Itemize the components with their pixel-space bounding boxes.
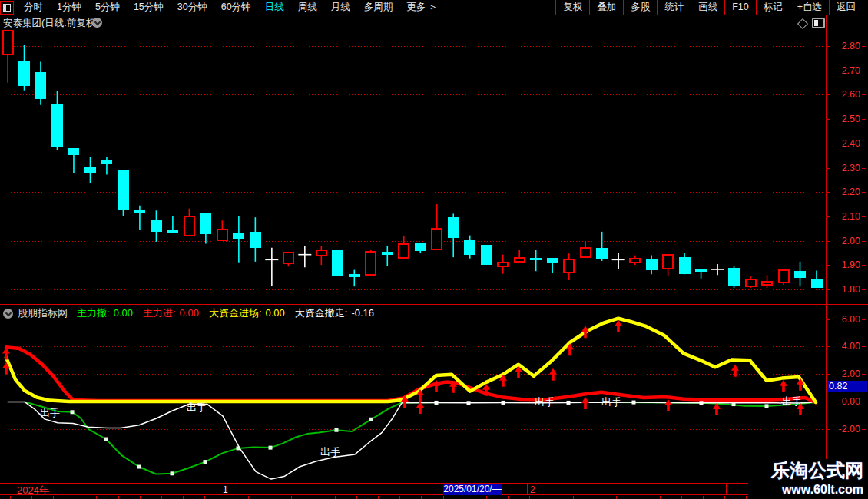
candle: [448, 217, 459, 238]
signal-label: 出手: [187, 402, 207, 413]
price-axis-label: 2.30: [842, 163, 860, 173]
action-button-0[interactable]: 复权: [555, 0, 589, 15]
candle: [728, 268, 740, 285]
price-axis-label: 1.90: [842, 259, 860, 270]
series-marker: [171, 471, 174, 475]
candle: [481, 245, 492, 265]
indicator-field-label: 大资金撤走:: [295, 307, 348, 319]
price-axis-label: 2.20: [842, 187, 860, 197]
candle: [68, 148, 79, 154]
action-button-2[interactable]: 多股: [623, 0, 657, 15]
series-white-line: [8, 402, 816, 479]
candle: [779, 270, 789, 283]
candle: [283, 253, 293, 263]
period-tab-6[interactable]: 日线: [258, 1, 291, 14]
buy-arrow-icon: [664, 399, 672, 411]
candle: [679, 257, 691, 275]
action-button-7[interactable]: +自选: [790, 0, 829, 15]
series-marker: [237, 446, 240, 450]
indicator-field-value: 0.00: [266, 307, 285, 319]
period-menu: 分时1分钟5分钟15分钟30分钟60分钟日线周线月线多周期更多 ＞: [17, 0, 445, 15]
candle: [746, 279, 756, 286]
period-tab-0[interactable]: 分时: [17, 1, 50, 14]
series-marker: [632, 401, 636, 405]
page-title: 安泰集团(日线.前复权): [3, 17, 98, 30]
layout-toggle-icon[interactable]: [0, 1, 14, 15]
indicator-field-value: 0.00: [114, 307, 133, 319]
period-tab-9[interactable]: 多周期: [357, 1, 400, 14]
candle: [464, 240, 475, 255]
toolbar: 分时1分钟5分钟15分钟30分钟60分钟日线周线月线多周期更多 ＞ 复权叠加多股…: [0, 0, 868, 15]
action-button-4[interactable]: 画线: [691, 0, 724, 15]
watermark: 乐淘公式网 www.60lt.com: [748, 459, 868, 499]
period-tab-1[interactable]: 1分钟: [50, 1, 88, 14]
candle: [151, 220, 162, 231]
candle: [366, 252, 376, 275]
watermark-line1: 乐淘公式网: [748, 459, 863, 482]
candle: [250, 232, 261, 248]
series-marker: [369, 418, 373, 421]
candle: [564, 259, 574, 273]
candle: [432, 229, 442, 250]
buy-arrow-icon: [731, 365, 739, 377]
series-marker: [502, 401, 505, 405]
watermark-line2: www.60lt.com: [748, 482, 863, 497]
candle: [695, 269, 707, 272]
indicator-field-value: -0.16: [351, 307, 374, 319]
candle: [415, 243, 426, 251]
price-axis-label: 2.50: [842, 114, 860, 124]
action-button-6[interactable]: 标记: [756, 0, 790, 15]
period-tab-8[interactable]: 月线: [324, 1, 357, 14]
buy-arrow-icon: [615, 320, 622, 332]
period-tab-7[interactable]: 周线: [291, 1, 324, 14]
series-marker: [137, 465, 141, 469]
indicator-axis-label: 0.00: [842, 396, 860, 407]
app-window: 2.802.702.602.502.402.302.202.102.001.90…: [0, 0, 868, 499]
chart-canvas[interactable]: 2.802.702.602.502.402.302.202.102.001.90…: [0, 0, 868, 499]
candle: [794, 271, 806, 278]
candle: [596, 248, 608, 259]
indicator-axis-label: 4.00: [842, 341, 860, 352]
indicator-field-3: 大资金撤走:-0.16: [295, 306, 374, 320]
buy-arrow-icon: [581, 397, 589, 409]
price-axis-label: 2.70: [842, 65, 860, 76]
buy-arrow-icon: [549, 368, 557, 381]
series-marker: [467, 401, 471, 405]
period-tab-3[interactable]: 15分钟: [127, 1, 171, 14]
action-button-1[interactable]: 叠加: [589, 0, 623, 15]
price-axis-label: 1.80: [842, 284, 860, 295]
series-marker: [104, 438, 108, 441]
indicator-field-label: 大资金进场:: [209, 307, 262, 319]
series-yellow-line: [6, 319, 816, 402]
title-dropdown-icon[interactable]: [92, 18, 102, 28]
candle: [51, 104, 63, 147]
split-view-icon[interactable]: [812, 18, 825, 28]
action-button-5[interactable]: F10: [724, 0, 756, 15]
candle: [101, 160, 112, 164]
signal-label: 出手: [320, 446, 340, 458]
period-tab-10[interactable]: 更多 ＞: [399, 1, 445, 14]
indicator-collapse-icon[interactable]: [3, 309, 13, 319]
indicator-header: 股朋指标网 主力撤:0.00主力进:0.00大资金进场:0.00大资金撤走:-0…: [0, 306, 384, 320]
action-button-8[interactable]: 返回: [829, 0, 863, 15]
action-menu: 复权叠加多股统计画线F10标记+自选返回: [555, 0, 863, 15]
period-tab-5[interactable]: 60分钟: [214, 1, 258, 14]
series-marker: [71, 410, 75, 414]
candle: [382, 252, 393, 255]
period-tab-2[interactable]: 5分钟: [88, 1, 127, 14]
candle: [530, 258, 542, 260]
action-button-3[interactable]: 统计: [657, 0, 691, 15]
candle: [84, 167, 96, 173]
period-tab-4[interactable]: 30分钟: [171, 1, 214, 14]
candle: [217, 230, 227, 240]
signal-label: 出手: [601, 396, 621, 408]
indicator-value-badge: 0.82: [827, 381, 867, 392]
candle: [646, 259, 658, 269]
candle: [134, 210, 145, 214]
indicator-field-0: 主力撤:0.00: [77, 306, 133, 320]
price-axis-label: 2.00: [842, 236, 860, 246]
candle: [200, 213, 211, 234]
series-marker: [700, 401, 704, 405]
indicator-field-label: 主力撤:: [77, 307, 110, 319]
buy-arrow-icon: [797, 378, 804, 391]
